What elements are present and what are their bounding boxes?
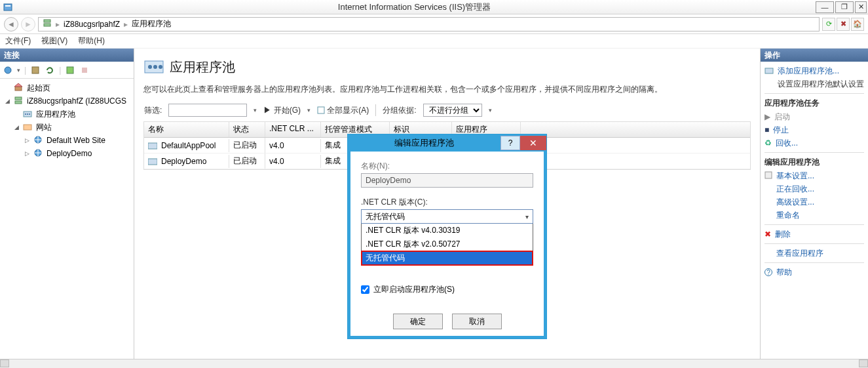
add-icon <box>764 66 774 77</box>
refresh-all-icon[interactable]: ⟳ <box>822 18 835 31</box>
svg-rect-11 <box>15 101 22 104</box>
clr-dropdown: .NET CLR 版本 v4.0.30319 .NET CLR 版本 v2.0.… <box>361 224 533 266</box>
minimize-button[interactable]: — <box>816 1 834 13</box>
groupby-label: 分组依据: <box>383 105 416 116</box>
action-basic[interactable]: 基本设置... <box>764 169 864 182</box>
breadcrumb-host[interactable]: iZ88ucgsrlpahfZ <box>64 20 120 29</box>
action-recycle[interactable]: ♻回收... <box>764 136 864 150</box>
svg-rect-10 <box>15 97 22 100</box>
globe-icon <box>33 148 44 159</box>
dropdown-icon[interactable]: ▾ <box>307 107 311 113</box>
connect-icon[interactable] <box>3 65 13 75</box>
clr-option[interactable]: .NET CLR 版本 v4.0.30319 <box>362 224 533 237</box>
help-icon: ? <box>764 268 772 276</box>
connections-toolbar: ▾ | | <box>0 62 134 79</box>
action-advanced[interactable]: 高级设置... <box>764 195 864 209</box>
home-icon[interactable]: 🏠 <box>851 18 864 31</box>
action-start[interactable]: ▶启动 <box>764 110 864 123</box>
tree-server[interactable]: ◢ iZ88ucgsrlpahfZ (IZ88UCGS <box>1 94 132 108</box>
col-name[interactable]: 名称 <box>144 122 229 137</box>
dropdown-icon[interactable]: ▾ <box>489 107 492 113</box>
scroll-right-icon[interactable] <box>859 359 868 367</box>
action-recycling[interactable]: 正在回收... <box>764 182 864 195</box>
stop-icon: ■ <box>764 125 769 134</box>
groupby-select[interactable]: 不进行分组 <box>423 104 482 117</box>
svg-rect-8 <box>15 87 22 91</box>
save-icon[interactable] <box>30 65 41 75</box>
action-stop[interactable]: ■停止 <box>764 123 864 136</box>
clr-combobox[interactable]: 无托管代码 ▾ .NET CLR 版本 v4.0.30319 .NET CLR … <box>361 209 533 266</box>
svg-rect-27 <box>765 172 772 178</box>
expand-icon[interactable]: ▷ <box>24 150 31 157</box>
ok-button[interactable]: 确定 <box>393 314 443 329</box>
tree-label: 网站 <box>36 122 52 133</box>
clr-option[interactable]: .NET CLR 版本 v2.0.50727 <box>362 237 533 251</box>
autostart-label: 立即启动应用程序池(S) <box>373 284 455 295</box>
page-description: 您可以在此页上查看和管理服务器上的应用程序池列表。应用程序池与工作进程相关联，包… <box>143 84 751 95</box>
filter-label: 筛选: <box>144 105 162 116</box>
breadcrumb-node[interactable]: 应用程序池 <box>132 18 171 30</box>
tree-site-deploydemo[interactable]: ▷ DeployDemo <box>1 147 132 160</box>
go-button[interactable]: ▶ 开始(G) <box>263 105 301 116</box>
col-clr[interactable]: .NET CLR ... <box>265 122 321 137</box>
action-rename[interactable]: 重命名 <box>764 209 864 222</box>
stop-icon[interactable]: ✖ <box>837 18 850 31</box>
connections-header: 连接 <box>0 49 134 62</box>
cell: v4.0 <box>265 155 321 168</box>
connections-panel: 连接 ▾ | | 起始页 ◢ iZ88ucgsrlpahfZ (IZ88UCGS <box>0 49 134 359</box>
col-status[interactable]: 状态 <box>229 122 265 137</box>
tree-site-default[interactable]: ▷ Default Web Site <box>1 134 132 147</box>
action-viewapps[interactable]: 查看应用程序 <box>764 247 864 260</box>
action-set-default[interactable]: 设置应用程序池默认设置 <box>764 77 864 91</box>
autostart-checkbox[interactable] <box>361 285 369 294</box>
action-add-apppool[interactable]: 添加应用程序池... <box>764 64 864 77</box>
dialog-titlebar[interactable]: 编辑应用程序池 ? ✕ <box>348 134 546 152</box>
stop-icon[interactable] <box>79 65 90 75</box>
action-help[interactable]: ?帮助 <box>764 266 864 279</box>
tree-apppools[interactable]: 应用程序池 <box>1 108 132 121</box>
collapse-icon[interactable]: ◢ <box>4 98 11 105</box>
forward-button[interactable]: ► <box>21 17 35 31</box>
address-bar[interactable]: ▸ iZ88ucgsrlpahfZ ▸ 应用程序池 <box>38 17 820 31</box>
menu-file[interactable]: 文件(F) <box>5 35 31 47</box>
svg-rect-7 <box>82 68 87 73</box>
up-icon[interactable] <box>65 65 75 75</box>
globe-icon <box>33 135 44 146</box>
collapse-icon[interactable]: ◢ <box>13 124 20 131</box>
apppool-icon <box>23 109 33 119</box>
window-title: Internet Information Services (IIS)管理器 <box>13 1 816 13</box>
dropdown-icon[interactable]: ▾ <box>17 67 20 73</box>
menu-help[interactable]: 帮助(H) <box>78 35 105 47</box>
close-button[interactable]: ✕ <box>855 1 867 13</box>
horizontal-scrollbar[interactable] <box>0 359 868 368</box>
refresh-icon[interactable] <box>45 65 55 75</box>
cell: DefaultAppPool <box>161 141 216 150</box>
expand-icon[interactable]: ▷ <box>24 137 31 144</box>
svg-rect-23 <box>318 107 324 113</box>
delete-icon: ✖ <box>764 230 771 239</box>
action-delete[interactable]: ✖删除 <box>764 228 864 241</box>
tree-sites[interactable]: ◢ 网站 <box>1 121 132 134</box>
name-label: 名称(N): <box>361 161 533 172</box>
tree-label: DeployDemo <box>47 149 92 158</box>
dialog-close-button[interactable]: ✕ <box>520 136 546 150</box>
folder-icon <box>23 122 33 133</box>
svg-rect-25 <box>148 159 157 165</box>
app-icon <box>3 2 13 12</box>
dialog-help-button[interactable]: ? <box>500 136 520 150</box>
scroll-left-icon[interactable] <box>0 359 9 367</box>
tree-label: 应用程序池 <box>36 109 75 120</box>
showall-button[interactable]: 全部显示(A) <box>317 105 369 116</box>
cancel-button[interactable]: 取消 <box>452 314 502 329</box>
filter-input[interactable] <box>168 104 247 117</box>
maximize-button[interactable]: ❐ <box>835 1 854 13</box>
tree-start-page[interactable]: 起始页 <box>1 81 132 94</box>
svg-rect-16 <box>24 125 31 130</box>
menu-view[interactable]: 视图(V) <box>41 35 67 47</box>
dropdown-icon[interactable]: ▾ <box>254 107 257 113</box>
clr-option-selected[interactable]: 无托管代码 <box>362 251 533 265</box>
back-button[interactable]: ◄ <box>4 17 18 31</box>
tree-label: iZ88ucgsrlpahfZ (IZ88UCGS <box>27 96 126 106</box>
actions-header: 操作 <box>761 49 868 62</box>
tree-label: Default Web Site <box>47 136 105 145</box>
